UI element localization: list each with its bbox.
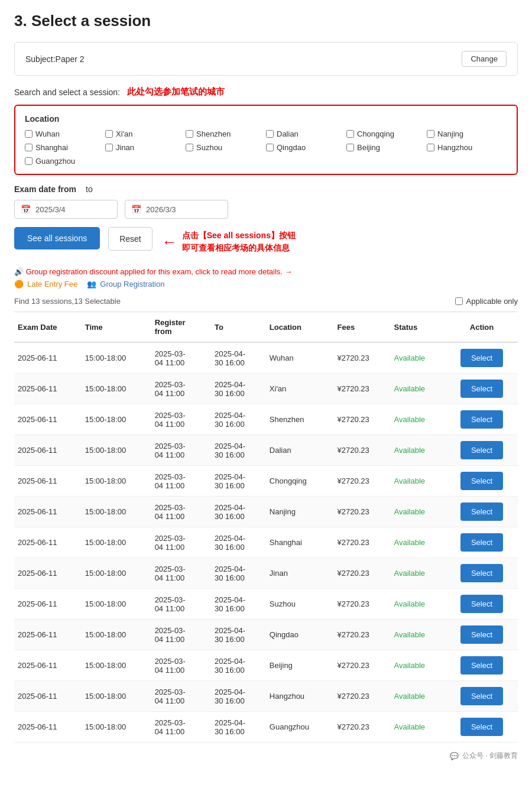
city-checkbox-jinan[interactable]	[105, 144, 113, 151]
select-button-6[interactable]: Select	[460, 533, 503, 552]
search-label-row: Search and select a session: 此处勾选参加笔试的城市	[14, 86, 518, 98]
select-button-9[interactable]: Select	[460, 625, 503, 644]
find-row: Find 13 sessions,13 Selectable Applicabl…	[14, 297, 518, 306]
city-label: Beijing	[357, 143, 380, 152]
city-checkbox-beijing[interactable]	[346, 144, 354, 151]
select-button-4[interactable]: Select	[460, 472, 503, 490]
city-checkbox-xian[interactable]	[105, 130, 113, 138]
speaker-icon: 🔊	[14, 267, 24, 276]
select-button-5[interactable]: Select	[460, 502, 503, 521]
cell-location: Wuhan	[266, 342, 334, 374]
city-checkbox-shanghai[interactable]	[25, 144, 33, 151]
cell-exam-date: 2025-06-11	[14, 435, 82, 466]
location-item: Beijing	[346, 143, 427, 152]
city-checkbox-qingdao[interactable]	[266, 144, 274, 151]
subject-bar: Subject:Paper 2 Change	[14, 42, 518, 76]
cell-register-from: 2025-03-04 11:00	[151, 620, 211, 650]
cell-status: Available	[391, 558, 446, 589]
city-checkbox-wuhan[interactable]	[25, 130, 33, 138]
city-checkbox-nanjing[interactable]	[427, 130, 434, 138]
city-label: Nanjing	[437, 129, 463, 138]
reset-button[interactable]: Reset	[108, 227, 153, 251]
city-checkbox-hangzhou[interactable]	[427, 144, 434, 151]
cell-time: 15:00-18:00	[82, 712, 151, 743]
cell-exam-date: 2025-06-11	[14, 558, 82, 589]
select-button-7[interactable]: Select	[460, 564, 503, 582]
discount-notice[interactable]: Group registration discount applied for …	[26, 267, 293, 276]
select-button-11[interactable]: Select	[460, 687, 503, 705]
select-button-8[interactable]: Select	[460, 595, 503, 613]
cell-status: Available	[391, 497, 446, 527]
cell-action: Select	[446, 374, 518, 404]
cell-exam-date: 2025-06-11	[14, 620, 82, 650]
cell-to: 2025-04-30 16:00	[211, 681, 266, 712]
cell-register-from: 2025-03-04 11:00	[151, 681, 211, 712]
table-header-row: Exam Date Time Registerfrom To Location …	[14, 312, 518, 343]
location-item: Dalian	[266, 129, 346, 138]
cell-fees: ¥2720.23	[334, 497, 391, 527]
change-button[interactable]: Change	[462, 51, 507, 67]
location-title: Location	[25, 114, 507, 124]
cell-fees: ¥2720.23	[334, 404, 391, 435]
cell-register-from: 2025-03-04 11:00	[151, 342, 211, 374]
cell-register-from: 2025-03-04 11:00	[151, 650, 211, 681]
wechat-icon: 💬	[450, 752, 459, 760]
cell-fees: ¥2720.23	[334, 527, 391, 558]
cell-fees: ¥2720.23	[334, 650, 391, 681]
cell-exam-date: 2025-06-11	[14, 374, 82, 404]
cell-location: Hangzhou	[266, 681, 334, 712]
cell-fees: ¥2720.23	[334, 558, 391, 589]
cell-action: Select	[446, 497, 518, 527]
col-action: Action	[446, 312, 518, 343]
cell-to: 2025-04-30 16:00	[211, 435, 266, 466]
applicable-only-checkbox[interactable]	[455, 297, 463, 305]
select-button-1[interactable]: Select	[460, 380, 503, 398]
see-sessions-button[interactable]: See all sessions	[14, 227, 100, 249]
city-checkbox-chongqing[interactable]	[346, 130, 354, 138]
cell-action: Select	[446, 342, 518, 374]
city-label: Xi'an	[116, 129, 133, 138]
cell-exam-date: 2025-06-11	[14, 497, 82, 527]
notice-discount-row: 🔊 Group registration discount applied fo…	[14, 267, 518, 276]
cell-location: Shanghai	[266, 527, 334, 558]
cell-exam-date: 2025-06-11	[14, 342, 82, 374]
cell-time: 15:00-18:00	[82, 435, 151, 466]
date-to-input[interactable]	[146, 205, 222, 214]
late-fee-notice: 🟠 Late Entry Fee	[14, 280, 77, 288]
select-button-2[interactable]: Select	[460, 410, 503, 429]
table-row: 2025-06-11 15:00-18:00 2025-03-04 11:00 …	[14, 712, 518, 743]
cell-action: Select	[446, 466, 518, 497]
city-checkbox-suzhou[interactable]	[186, 144, 193, 151]
col-location: Location	[266, 312, 334, 343]
city-checkbox-guangzhou[interactable]	[25, 157, 33, 165]
city-label: Chongqing	[357, 129, 394, 138]
cell-location: Guangzhou	[266, 712, 334, 743]
cell-status: Available	[391, 466, 446, 497]
cell-time: 15:00-18:00	[82, 374, 151, 404]
cell-register-from: 2025-03-04 11:00	[151, 589, 211, 620]
cell-register-from: 2025-03-04 11:00	[151, 497, 211, 527]
table-row: 2025-06-11 15:00-18:00 2025-03-04 11:00 …	[14, 435, 518, 466]
table-row: 2025-06-11 15:00-18:00 2025-03-04 11:00 …	[14, 374, 518, 404]
cell-location: Nanjing	[266, 497, 334, 527]
select-button-10[interactable]: Select	[460, 656, 503, 675]
select-button-3[interactable]: Select	[460, 441, 503, 459]
city-checkbox-dalian[interactable]	[266, 130, 274, 138]
cell-status: Available	[391, 374, 446, 404]
select-button-12[interactable]: Select	[460, 718, 503, 736]
cell-to: 2025-04-30 16:00	[211, 527, 266, 558]
cell-time: 15:00-18:00	[82, 650, 151, 681]
cell-to: 2025-04-30 16:00	[211, 404, 266, 435]
group-reg-notice: 👥 Group Registration	[87, 280, 164, 288]
col-register-from: Registerfrom	[151, 312, 211, 343]
select-button-0[interactable]: Select	[460, 349, 503, 367]
cell-exam-date: 2025-06-11	[14, 466, 82, 497]
cell-to: 2025-04-30 16:00	[211, 342, 266, 374]
city-checkbox-shenzhen[interactable]	[186, 130, 193, 138]
subject-label: Subject:Paper 2	[25, 54, 85, 64]
city-label: Jinan	[116, 143, 134, 152]
search-label: Search and select a session:	[14, 87, 120, 97]
city-label: Shenzhen	[196, 129, 231, 138]
date-from-input[interactable]	[35, 205, 111, 214]
cell-action: Select	[446, 620, 518, 650]
